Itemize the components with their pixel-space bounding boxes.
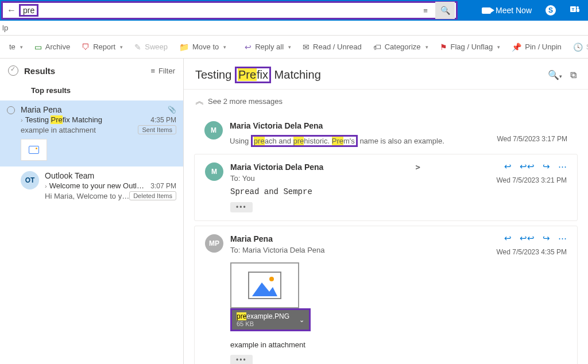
forward-icon[interactable]: ↪ [543,233,550,243]
select-all-checkbox[interactable] [8,65,18,76]
folder-move-icon: 📁 [179,42,189,52]
search-input[interactable]: pre [17,3,417,18]
sweep-button[interactable]: ✎Sweep [130,40,172,54]
zoom-icon[interactable]: 🔍▾ [548,69,562,80]
expand-arrow-icon[interactable]: › [45,183,47,189]
archive-button[interactable]: ▭Archive [30,40,75,54]
search-query-highlight: pre [19,4,38,17]
chevron-down-icon[interactable]: ▾ [120,44,123,50]
conversation-message[interactable]: ↩ ↩↩ ↪ ⋯ M Maria Victoria Dela Pena> To:… [194,154,578,221]
attachment-preview [230,262,299,308]
select-checkbox[interactable] [7,105,15,161]
message-time: Wed 7/5/2023 4:35 PM [496,248,567,256]
search-submit-icon[interactable]: 🔍 [435,2,455,19]
message-item[interactable]: Maria Pena 📎 › Testing Prefix Matching 4… [0,100,183,166]
meet-now-label: Meet Now [496,6,532,15]
sweep-icon: ✎ [134,42,141,52]
avatar: M [205,162,223,181]
attachment-tile[interactable]: preexample.PNG 65 KB ⌄ [230,262,311,331]
pin-button[interactable]: 📌Pin / Unpin [507,40,566,54]
message-time: 4:35 PM [146,116,176,124]
quoted-text-toggle[interactable]: ••• [230,202,253,212]
chevron-down-icon[interactable]: ⌄ [299,316,304,324]
conversation-header: Testing Prefix Matching 🔍▾ ⧉ [184,59,588,90]
main-content: Results ≡Filter Top results Maria Pena 📎… [0,59,588,364]
more-icon[interactable]: ⋯ [558,161,567,172]
reply-all-button[interactable]: ↩Reply all▾ [240,40,296,54]
filter-button[interactable]: ≡Filter [151,67,175,75]
expand-arrow-icon[interactable]: › [21,117,23,123]
popout-icon[interactable]: ⧉ [570,70,577,80]
message-from: Outlook Team [45,171,176,180]
svg-rect-3 [577,9,579,12]
search-filter-icon[interactable]: ≡ [417,6,434,15]
message-from: Maria Victoria Dela Pena [230,121,567,130]
attachment-size: 65 KB [237,320,289,327]
avatar: M [204,121,223,140]
attachment-thumbnail[interactable] [21,139,47,161]
chevron-down-icon[interactable]: ▾ [223,44,226,50]
forward-icon[interactable]: ↪ [543,161,550,172]
shield-icon: ⛉ [82,42,90,52]
move-to-button[interactable]: 📁Move to▾ [175,40,231,54]
reply-all-icon[interactable]: ↩↩ [520,161,535,172]
search-back-arrow-icon[interactable]: ← [6,5,17,16]
folder-badge: Sent Items [138,125,176,134]
image-icon [29,146,39,154]
message-snippet: example in attachment Sent Items [21,125,176,134]
read-unread-button[interactable]: ✉Read / Unread [298,40,366,54]
skype-icon[interactable]: S [546,5,556,16]
snooze-button[interactable]: 🕓Snooze▾ [568,40,588,54]
flag-button[interactable]: ⚑Flag / Unflag▾ [435,40,505,54]
more-icon[interactable]: ⋯ [558,233,567,243]
message-subject: › Welcome to your new Outl… 3:07 PM [45,181,176,190]
search-box[interactable]: ← pre ≡ 🔍 [1,1,458,20]
envelope-icon: ✉ [303,42,310,52]
attachment-label[interactable]: preexample.PNG 65 KB ⌄ [230,308,311,331]
conversation-message[interactable]: M Maria Victoria Dela Pena Using preach … [194,113,578,149]
pin-icon: 📌 [512,42,521,52]
conversation-message[interactable]: ↩ ↩↩ ↪ ⋯ MP Maria Pena To: Maria Victori… [194,226,578,364]
results-header: Results ≡Filter [0,59,183,80]
reply-all-icon[interactable]: ↩↩ [520,233,535,243]
select-checkbox[interactable] [7,171,15,200]
quoted-text-toggle[interactable]: ••• [230,355,253,364]
conversation-header-actions: 🔍▾ ⧉ [548,69,577,80]
chevron-down-icon[interactable]: ▾ [20,44,23,50]
reading-pane: Testing Prefix Matching 🔍▾ ⧉ ︽ See 2 mor… [184,59,588,364]
chevron-down-icon[interactable]: ▾ [425,44,428,50]
folder-badge: Deleted Items [129,191,176,200]
message-header: M Maria Victoria Dela Pena Using preach … [204,121,567,147]
help-tab[interactable]: lp [2,24,8,32]
message-item-body: Outlook Team › Welcome to your new Outl…… [45,171,176,200]
chevron-down-icon[interactable]: ▾ [497,44,500,50]
avatar: MP [205,234,223,253]
conversation-title: Testing Prefix Matching [195,67,548,83]
categorize-button[interactable]: 🏷Categorize▾ [369,40,433,54]
reply-icon[interactable]: ↩ [504,161,512,172]
teams-icon[interactable]: T [570,5,580,17]
message-item[interactable]: OT Outlook Team › Welcome to your new Ou… [0,166,183,206]
meet-now-button[interactable]: Meet Now [482,6,532,15]
chevron-down-icon[interactable]: ▾ [288,44,291,50]
flag-icon: ⚑ [440,42,447,52]
message-subject: › Testing Prefix Matching 4:35 PM [21,115,176,124]
delete-button[interactable]: te▾ [5,40,28,53]
message-snippet: Hi Maria, Welcome to y… Deleted Items [45,191,176,200]
top-results-section: Top results [0,80,183,100]
filter-icon: ≡ [151,67,156,75]
message-actions: ↩ ↩↩ ↪ ⋯ [504,161,567,172]
report-button[interactable]: ⛉Report▾ [77,40,127,54]
see-more-messages[interactable]: ︽ See 2 more messages [184,90,588,113]
reply-icon[interactable]: ↩ [504,233,512,243]
camera-icon [482,7,491,14]
message-list-pane: Results ≡Filter Top results Maria Pena 📎… [0,59,184,364]
message-body: Spread and Sempre [230,187,567,196]
svg-point-2 [577,6,579,9]
svg-text:T: T [572,7,575,12]
header-right: Meet Now S T [459,0,588,21]
archive-icon: ▭ [34,42,42,52]
message-item-body: Maria Pena 📎 › Testing Prefix Matching 4… [21,105,176,161]
title-bar: ← pre ≡ 🔍 Meet Now S T [0,0,588,21]
attachment-icon: 📎 [168,106,176,114]
